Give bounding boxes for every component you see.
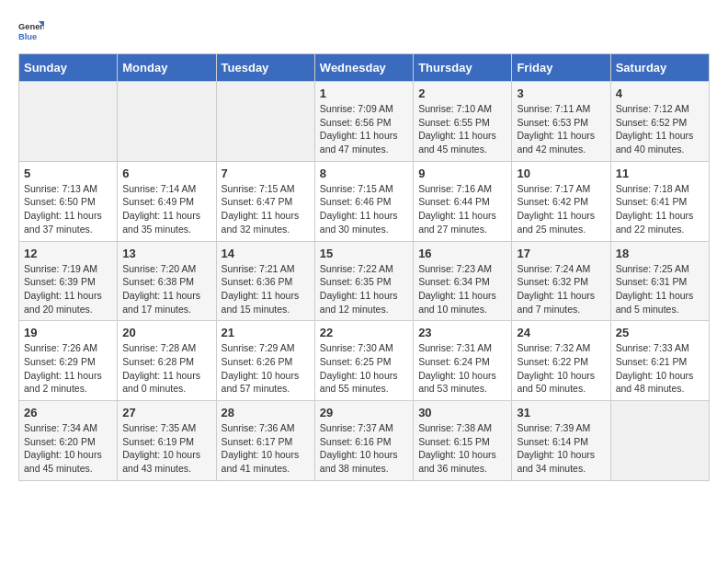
calendar-cell: 4Sunrise: 7:12 AM Sunset: 6:52 PM Daylig… — [610, 82, 709, 162]
day-number: 27 — [122, 406, 210, 419]
day-info: Sunrise: 7:39 AM Sunset: 6:14 PM Dayligh… — [517, 421, 605, 476]
day-info: Sunrise: 7:13 AM Sunset: 6:50 PM Dayligh… — [24, 182, 112, 236]
day-number: 25 — [616, 326, 704, 339]
calendar-cell: 18Sunrise: 7:25 AM Sunset: 6:31 PM Dayli… — [610, 241, 709, 321]
logo-icon: General Blue — [18, 18, 44, 44]
day-info: Sunrise: 7:30 AM Sunset: 6:25 PM Dayligh… — [320, 341, 408, 396]
calendar-cell: 31Sunrise: 7:39 AM Sunset: 6:14 PM Dayli… — [512, 401, 610, 481]
day-info: Sunrise: 7:20 AM Sunset: 6:38 PM Dayligh… — [122, 262, 210, 316]
calendar-cell: 21Sunrise: 7:29 AM Sunset: 6:26 PM Dayli… — [216, 321, 314, 401]
day-info: Sunrise: 7:33 AM Sunset: 6:21 PM Dayligh… — [616, 341, 704, 396]
calendar-cell: 8Sunrise: 7:15 AM Sunset: 6:46 PM Daylig… — [314, 161, 413, 241]
calendar-week-row: 1Sunrise: 7:09 AM Sunset: 6:56 PM Daylig… — [19, 82, 710, 162]
calendar-cell: 29Sunrise: 7:37 AM Sunset: 6:16 PM Dayli… — [314, 401, 413, 481]
day-info: Sunrise: 7:16 AM Sunset: 6:44 PM Dayligh… — [418, 182, 506, 236]
calendar-week-row: 12Sunrise: 7:19 AM Sunset: 6:39 PM Dayli… — [19, 241, 710, 321]
day-info: Sunrise: 7:28 AM Sunset: 6:28 PM Dayligh… — [122, 341, 210, 396]
day-number: 30 — [418, 406, 506, 419]
day-of-week-header: Saturday — [610, 54, 709, 82]
calendar-cell: 12Sunrise: 7:19 AM Sunset: 6:39 PM Dayli… — [19, 241, 118, 321]
day-number: 28 — [222, 406, 310, 419]
day-number: 22 — [320, 326, 408, 339]
day-info: Sunrise: 7:35 AM Sunset: 6:19 PM Dayligh… — [122, 421, 210, 476]
calendar-cell: 27Sunrise: 7:35 AM Sunset: 6:19 PM Dayli… — [118, 401, 216, 481]
day-info: Sunrise: 7:17 AM Sunset: 6:42 PM Dayligh… — [517, 182, 605, 236]
day-of-week-header: Monday — [118, 54, 216, 82]
calendar-week-row: 19Sunrise: 7:26 AM Sunset: 6:29 PM Dayli… — [19, 321, 710, 401]
day-info: Sunrise: 7:37 AM Sunset: 6:16 PM Dayligh… — [320, 421, 408, 476]
day-number: 21 — [222, 326, 310, 339]
calendar-cell — [19, 82, 118, 162]
day-number: 11 — [616, 167, 704, 180]
calendar-cell: 6Sunrise: 7:14 AM Sunset: 6:49 PM Daylig… — [118, 161, 216, 241]
day-number: 4 — [616, 86, 704, 100]
calendar-cell: 9Sunrise: 7:16 AM Sunset: 6:44 PM Daylig… — [414, 161, 512, 241]
calendar-cell: 5Sunrise: 7:13 AM Sunset: 6:50 PM Daylig… — [19, 161, 118, 241]
day-of-week-header: Friday — [512, 54, 610, 82]
day-info: Sunrise: 7:22 AM Sunset: 6:35 PM Dayligh… — [320, 262, 408, 316]
day-number: 20 — [122, 326, 210, 339]
day-number: 3 — [517, 86, 605, 100]
day-number: 7 — [222, 167, 310, 180]
calendar-cell: 2Sunrise: 7:10 AM Sunset: 6:55 PM Daylig… — [414, 82, 512, 162]
calendar-cell: 19Sunrise: 7:26 AM Sunset: 6:29 PM Dayli… — [19, 321, 118, 401]
day-number: 12 — [24, 247, 112, 260]
day-of-week-header: Sunday — [19, 54, 118, 82]
day-info: Sunrise: 7:32 AM Sunset: 6:22 PM Dayligh… — [517, 341, 605, 396]
calendar-cell: 30Sunrise: 7:38 AM Sunset: 6:15 PM Dayli… — [414, 401, 512, 481]
day-info: Sunrise: 7:26 AM Sunset: 6:29 PM Dayligh… — [24, 341, 112, 396]
day-info: Sunrise: 7:15 AM Sunset: 6:47 PM Dayligh… — [222, 182, 310, 236]
day-info: Sunrise: 7:19 AM Sunset: 6:39 PM Dayligh… — [24, 262, 112, 316]
calendar-cell — [118, 82, 216, 162]
day-of-week-header: Wednesday — [314, 54, 413, 82]
calendar-table: SundayMondayTuesdayWednesdayThursdayFrid… — [18, 53, 710, 481]
day-info: Sunrise: 7:10 AM Sunset: 6:55 PM Dayligh… — [418, 102, 506, 156]
day-info: Sunrise: 7:15 AM Sunset: 6:46 PM Dayligh… — [320, 182, 408, 236]
calendar-cell: 15Sunrise: 7:22 AM Sunset: 6:35 PM Dayli… — [314, 241, 413, 321]
day-number: 24 — [517, 326, 605, 339]
calendar-cell: 26Sunrise: 7:34 AM Sunset: 6:20 PM Dayli… — [19, 401, 118, 481]
day-info: Sunrise: 7:31 AM Sunset: 6:24 PM Dayligh… — [418, 341, 506, 396]
calendar-cell: 16Sunrise: 7:23 AM Sunset: 6:34 PM Dayli… — [414, 241, 512, 321]
day-info: Sunrise: 7:09 AM Sunset: 6:56 PM Dayligh… — [320, 102, 408, 156]
day-number: 9 — [418, 167, 506, 180]
day-of-week-header: Tuesday — [216, 54, 314, 82]
calendar-cell: 1Sunrise: 7:09 AM Sunset: 6:56 PM Daylig… — [314, 82, 413, 162]
day-number: 31 — [517, 406, 605, 419]
day-number: 26 — [24, 406, 112, 419]
day-number: 10 — [517, 167, 605, 180]
calendar-week-row: 5Sunrise: 7:13 AM Sunset: 6:50 PM Daylig… — [19, 161, 710, 241]
day-number: 23 — [418, 326, 506, 339]
calendar-cell: 13Sunrise: 7:20 AM Sunset: 6:38 PM Dayli… — [118, 241, 216, 321]
day-info: Sunrise: 7:34 AM Sunset: 6:20 PM Dayligh… — [24, 421, 112, 476]
day-info: Sunrise: 7:23 AM Sunset: 6:34 PM Dayligh… — [418, 262, 506, 316]
calendar-cell: 10Sunrise: 7:17 AM Sunset: 6:42 PM Dayli… — [512, 161, 610, 241]
day-number: 15 — [320, 247, 408, 260]
day-info: Sunrise: 7:25 AM Sunset: 6:31 PM Dayligh… — [616, 262, 704, 316]
calendar-body: 1Sunrise: 7:09 AM Sunset: 6:56 PM Daylig… — [19, 82, 710, 481]
calendar-week-row: 26Sunrise: 7:34 AM Sunset: 6:20 PM Dayli… — [19, 401, 710, 481]
day-info: Sunrise: 7:38 AM Sunset: 6:15 PM Dayligh… — [418, 421, 506, 476]
day-number: 8 — [320, 167, 408, 180]
day-info: Sunrise: 7:14 AM Sunset: 6:49 PM Dayligh… — [122, 182, 210, 236]
day-info: Sunrise: 7:36 AM Sunset: 6:17 PM Dayligh… — [222, 421, 310, 476]
calendar-cell: 22Sunrise: 7:30 AM Sunset: 6:25 PM Dayli… — [314, 321, 413, 401]
day-number: 5 — [24, 167, 112, 180]
day-info: Sunrise: 7:18 AM Sunset: 6:41 PM Dayligh… — [616, 182, 704, 236]
page-header: General Blue — [18, 18, 710, 44]
calendar-cell: 20Sunrise: 7:28 AM Sunset: 6:28 PM Dayli… — [118, 321, 216, 401]
day-number: 6 — [122, 167, 210, 180]
svg-text:Blue: Blue — [18, 32, 37, 41]
day-info: Sunrise: 7:29 AM Sunset: 6:26 PM Dayligh… — [222, 341, 310, 396]
calendar-cell: 11Sunrise: 7:18 AM Sunset: 6:41 PM Dayli… — [610, 161, 709, 241]
day-info: Sunrise: 7:12 AM Sunset: 6:52 PM Dayligh… — [616, 102, 704, 156]
day-number: 17 — [517, 247, 605, 260]
calendar-cell: 14Sunrise: 7:21 AM Sunset: 6:36 PM Dayli… — [216, 241, 314, 321]
logo: General Blue — [18, 18, 44, 44]
day-number: 29 — [320, 406, 408, 419]
calendar-cell — [610, 401, 709, 481]
calendar-header-row: SundayMondayTuesdayWednesdayThursdayFrid… — [19, 54, 710, 82]
calendar-cell: 3Sunrise: 7:11 AM Sunset: 6:53 PM Daylig… — [512, 82, 610, 162]
calendar-cell — [216, 82, 314, 162]
day-number: 2 — [418, 86, 506, 100]
